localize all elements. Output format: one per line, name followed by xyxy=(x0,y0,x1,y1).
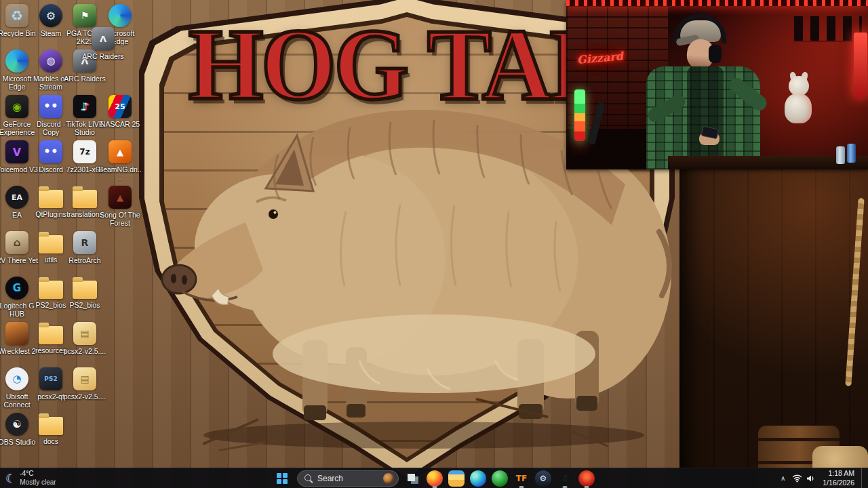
tiktok-live-studio-icon: ♪ xyxy=(73,95,96,118)
desktop-icon-label: docs xyxy=(43,437,58,445)
translations-icon xyxy=(73,190,97,208)
drink-can xyxy=(836,146,845,164)
taskbar-app-xbox[interactable] xyxy=(491,469,509,488)
running-indicator xyxy=(519,486,524,488)
song-of-the-forest-icon: ▲ xyxy=(108,186,132,209)
desktop-icon-arc-raiders-2[interactable]: ΛARC Raiders xyxy=(81,27,125,60)
ps2-bios-b-icon xyxy=(73,281,97,299)
desktop-icon-label: pcsx2-qt xyxy=(37,392,64,401)
discord-icon xyxy=(39,140,62,163)
taskbar-app-task-view[interactable] xyxy=(404,469,422,488)
steam-icon: ⚙ xyxy=(535,470,551,487)
taskbar-app-firefox[interactable] xyxy=(426,469,443,488)
desktop-icon-label: Steam xyxy=(41,29,61,37)
taskbar-app-file-explorer[interactable] xyxy=(448,469,465,488)
desktop-icon-label: BeamNG.dri... xyxy=(98,165,142,182)
drink-can xyxy=(847,144,856,163)
weather-condition: Mostly clear xyxy=(20,479,56,487)
voicemod-v3-icon: V xyxy=(5,140,28,163)
desktop-icon-label: RetroArch xyxy=(68,256,100,264)
running-indicator xyxy=(563,486,568,488)
ubisoft-connect-icon: ◔ xyxy=(5,367,28,390)
desktop-icon-label: QtPlugins xyxy=(35,210,66,218)
desktop-icon-label: Discord xyxy=(39,165,63,174)
taskbar: ☾ -4°C Mostly clear Search TF⚙♫ ∧ xyxy=(0,468,868,488)
desktop-icon-label: pcsx2-v2.5.... xyxy=(64,392,106,401)
desktop-screen: HOG TAL xyxy=(0,0,868,488)
desktop-icon-ps2-bios-b[interactable]: PS2_bios xyxy=(63,277,106,309)
volume-icon xyxy=(806,474,816,483)
obs-studio-icon: ☯ xyxy=(5,413,28,436)
xbox-icon xyxy=(492,470,508,487)
show-desktop-button[interactable] xyxy=(861,468,864,488)
nascar-25-icon: 25 xyxy=(108,95,132,118)
pcsx2-qt-icon: PS2 xyxy=(39,367,62,390)
desktop-icon-label: NASCAR 25 xyxy=(100,120,140,128)
recycle-bin-icon: ♻ xyxy=(5,4,28,27)
taskbar-clock[interactable]: 1:18 AM 1/16/2026 xyxy=(823,469,854,487)
search-highlight-icon xyxy=(383,473,394,484)
desktop-icon-docs[interactable]: docs xyxy=(29,413,73,445)
logitech-g-hub-icon: G xyxy=(5,277,28,300)
wreckfest-2-icon xyxy=(5,322,28,345)
desktop-icon-label: pcsx2-v2.5.... xyxy=(64,347,106,355)
pga-tour-2k25-icon: ⚑ xyxy=(73,4,96,27)
qtplugins-icon xyxy=(39,190,63,208)
marbles-on-stream-icon: ◍ xyxy=(39,49,62,73)
taskbar-search[interactable]: Search xyxy=(297,470,399,487)
headphone-earcup xyxy=(709,45,722,63)
search-icon xyxy=(304,474,313,483)
spotify-icon: ♫ xyxy=(557,470,573,487)
team-fortress-2-icon: TF xyxy=(513,470,530,487)
wifi-icon xyxy=(792,474,802,483)
tray-time: 1:18 AM xyxy=(828,469,854,478)
taskbar-app-steam[interactable]: ⚙ xyxy=(534,469,552,488)
microsoft-edge-icon xyxy=(5,49,28,73)
geforce-experience-icon: ◉ xyxy=(5,95,28,118)
weather-text: -4°C Mostly clear xyxy=(20,470,56,487)
weather-widget[interactable]: ☾ -4°C Mostly clear xyxy=(5,468,56,488)
desktop-icon-nascar-25[interactable]: 25NASCAR 25 xyxy=(98,95,142,128)
taskbar-apps: TF⚙♫ xyxy=(404,469,595,488)
desktop-icon-label: PS2_bios xyxy=(70,301,100,309)
resources-icon xyxy=(39,326,63,344)
start-button[interactable] xyxy=(273,469,292,488)
windows-logo-icon xyxy=(277,473,288,484)
tray-chevron-icon[interactable]: ∧ xyxy=(781,474,785,482)
seven-zip-icon: 7z xyxy=(73,140,96,163)
steam-icon: ⚙ xyxy=(39,4,62,27)
desktop-icon-pcsx2-installer-a[interactable]: ▤pcsx2-v2.5.... xyxy=(63,322,106,355)
taskbar-app-team-fortress-2[interactable]: TF xyxy=(513,469,530,488)
desktop-icon-label: EA xyxy=(12,211,22,219)
task-view-icon xyxy=(405,470,421,487)
search-placeholder: Search xyxy=(317,474,343,483)
edge-icon xyxy=(470,470,486,487)
docs-icon xyxy=(39,417,63,435)
desktop-icon-label: utils xyxy=(45,256,58,264)
desktop-icon-retroarch[interactable]: RRetroArch xyxy=(63,231,106,264)
desktop-icon-label: translations xyxy=(66,210,103,218)
taskbar-app-spotify[interactable]: ♫ xyxy=(556,469,574,488)
weather-temperature: -4°C xyxy=(20,470,56,479)
taskbar-app-edge[interactable] xyxy=(469,469,487,488)
utils-icon xyxy=(39,235,63,253)
weather-moon-icon: ☾ xyxy=(5,472,16,485)
desktop-icon-beamng-drive[interactable]: ▲BeamNG.dri... xyxy=(98,140,142,182)
brave-icon xyxy=(578,470,595,487)
microsoft-edge-2-icon xyxy=(108,4,132,27)
desktop-icon-label: PS2_bios xyxy=(36,301,66,309)
ea-icon: EA xyxy=(5,186,28,209)
desktop-icon-song-of-the-forest[interactable]: ▲Song Of The Forest xyxy=(98,186,142,228)
retroarch-icon: R xyxy=(73,231,96,254)
desktop-icon-label: Song Of The Forest xyxy=(98,211,142,228)
discord-copy-icon xyxy=(39,95,62,118)
running-indicator xyxy=(585,486,589,488)
desktop-icon-label: ARC Raiders xyxy=(64,75,105,83)
file-explorer-icon xyxy=(448,470,465,487)
tray-status-icons[interactable] xyxy=(792,474,816,483)
taskbar-app-brave[interactable] xyxy=(578,469,595,488)
rv-there-yet-icon: ⌂ xyxy=(5,231,28,254)
desktop-icon-pcsx2-installer-b[interactable]: ▤pcsx2-v2.5.... xyxy=(63,367,106,401)
running-indicator xyxy=(433,486,437,488)
taskbar-center: Search TF⚙♫ xyxy=(273,468,595,488)
